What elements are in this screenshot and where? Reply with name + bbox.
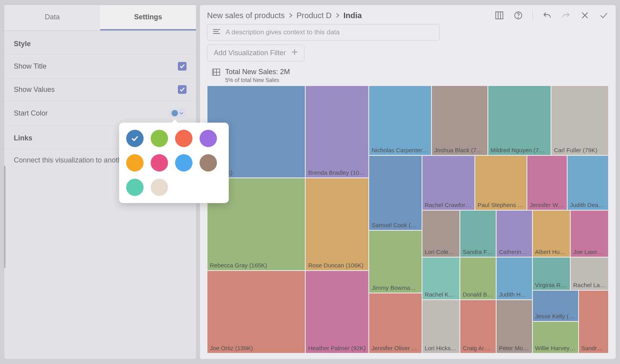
treemap-cell-label: Nicholas Carpenter … xyxy=(372,147,429,153)
treemap-cell[interactable]: Jimmy Bowman (… xyxy=(369,230,422,293)
treemap-cell-label: Jennifer Oliver (5… xyxy=(372,345,419,351)
chevron-right-icon xyxy=(289,11,293,20)
treemap-cell[interactable]: Heather Palmer (92K) xyxy=(305,271,369,353)
chevron-right-icon xyxy=(336,11,340,20)
start-color-chip xyxy=(172,110,178,116)
color-swatch-orange[interactable] xyxy=(126,154,144,172)
treemap-cell-label: Jennifer Wi… xyxy=(530,202,564,208)
treemap-cell[interactable]: Willie Harvey (… xyxy=(532,321,579,353)
start-color-picker[interactable] xyxy=(168,108,187,118)
color-swatch-light-blue[interactable] xyxy=(175,154,192,172)
treemap-cell-label: Carl Fuller (79K) xyxy=(554,147,597,153)
treemap-cell-label: Sandra Fo… xyxy=(463,248,493,255)
treemap-cell[interactable]: Brenda Bradley (109… xyxy=(305,86,369,178)
treemap-cell[interactable]: Sandra Fo… xyxy=(460,210,496,257)
add-filter-button[interactable]: Add Visualization Filter xyxy=(207,45,304,62)
treemap-cell[interactable]: Joshua Black (79K) xyxy=(431,86,488,155)
treemap-cell[interactable]: Craig Arms… xyxy=(460,300,496,353)
chart-summary: Total New Sales: 2M 5% of total New Sale… xyxy=(212,68,609,83)
description-icon xyxy=(213,28,220,36)
confirm-icon[interactable] xyxy=(599,11,609,20)
treemap-cell[interactable]: Donald Bis… xyxy=(460,257,496,300)
treemap-cell-label: Rachel Crawford … xyxy=(425,202,472,208)
color-swatch-green[interactable] xyxy=(151,130,168,147)
treemap-cell[interactable]: Rachel La… xyxy=(570,257,609,291)
grid-icon[interactable] xyxy=(495,11,504,20)
tab-data[interactable]: Data xyxy=(4,5,100,30)
color-popover xyxy=(119,123,229,203)
treemap-cell[interactable]: Rachel Crawford … xyxy=(422,155,475,210)
treemap-cell-label: Rachel Kni… xyxy=(425,291,458,298)
color-swatch-teal[interactable] xyxy=(126,179,144,196)
treemap-cell[interactable]: Sandr… xyxy=(579,290,609,353)
treemap-icon xyxy=(212,68,220,78)
treemap-cell-label: Mildred Nguyen (7… xyxy=(491,147,545,153)
treemap-cell[interactable]: Samuel Cook (76… xyxy=(369,155,422,230)
treemap-cell-label: Rachel La… xyxy=(573,282,606,288)
row-show-title: Show Title xyxy=(4,54,196,78)
plus-icon xyxy=(291,49,298,57)
treemap-cell[interactable]: Joe Ortiz (139K) xyxy=(207,271,305,353)
treemap-cell[interactable]: Paul Stephens (… xyxy=(475,155,527,210)
treemap-cell[interactable]: Albert Hu… xyxy=(532,210,571,257)
treemap-cell[interactable]: Joe Lawr… xyxy=(570,210,609,257)
sidebar-scrollbar[interactable] xyxy=(4,166,6,268)
treemap-cell[interactable]: Rose Duncan (106K) xyxy=(305,178,369,270)
color-swatch-pink[interactable] xyxy=(151,154,168,172)
svg-rect-0 xyxy=(496,12,503,19)
treemap-cell[interactable]: Judith Dea… xyxy=(567,155,609,210)
treemap-cell-label: Catherine … xyxy=(499,248,530,255)
color-swatch-blue[interactable] xyxy=(126,130,144,147)
row-show-values: Show Values xyxy=(4,78,196,101)
description-input[interactable]: A description gives context to this data xyxy=(207,24,440,41)
show-values-checkbox[interactable] xyxy=(178,85,187,94)
show-values-label: Show Values xyxy=(14,86,55,94)
treemap-cell[interactable]: Lori Colema… xyxy=(422,210,460,257)
treemap-cell[interactable]: Mildred Nguyen (7… xyxy=(488,86,551,155)
treemap-cell-label: Sandr… xyxy=(581,345,603,351)
color-swatch-beige[interactable] xyxy=(151,179,168,196)
treemap-cell-label: Judith Dea… xyxy=(570,202,604,208)
color-swatch-orange-red[interactable] xyxy=(175,130,192,147)
crumb-1[interactable]: Product D xyxy=(297,11,332,20)
treemap-cell-label: Jimmy Bowman (… xyxy=(372,284,419,291)
crumb-0[interactable]: New sales of products xyxy=(207,11,285,20)
redo-icon[interactable] xyxy=(561,11,571,20)
color-swatch-purple[interactable] xyxy=(200,130,217,147)
start-color-label: Start Color xyxy=(14,109,48,118)
treemap-cell[interactable]: Rachel Kni… xyxy=(422,257,460,300)
treemap-cell[interactable]: Nicholas Carpenter … xyxy=(369,86,431,155)
treemap-cell[interactable]: Virginia Ry… xyxy=(532,257,571,291)
show-title-label: Show Title xyxy=(14,62,47,71)
treemap-cell-label: Brenda Bradley (109… xyxy=(308,169,366,176)
close-icon[interactable] xyxy=(580,11,590,20)
undo-icon[interactable] xyxy=(542,11,552,20)
treemap-cell-label: Craig Arms… xyxy=(463,345,493,351)
add-filter-label: Add Visualization Filter xyxy=(214,49,286,57)
treemap-chart[interactable]: d (171K)Rebecca Gray (165K)Joe Ortiz (13… xyxy=(207,86,609,353)
help-icon[interactable] xyxy=(514,11,523,20)
color-swatch-brown[interactable] xyxy=(200,154,217,172)
treemap-cell-label: Peter Mor… xyxy=(499,345,530,351)
treemap-cell-label: Judith Ha… xyxy=(499,291,530,298)
treemap-cell[interactable]: Jennifer Wi… xyxy=(527,155,567,210)
treemap-cell-label: Albert Hu… xyxy=(535,248,566,255)
treemap-cell-label: Joe Lawr… xyxy=(573,248,603,255)
treemap-cell[interactable]: Carl Fuller (79K) xyxy=(551,86,609,155)
treemap-cell[interactable]: Judith Ha… xyxy=(496,257,532,300)
treemap-cell-label: Samuel Cook (76… xyxy=(372,222,419,228)
show-title-checkbox[interactable] xyxy=(178,62,187,71)
description-placeholder: A description gives context to this data xyxy=(226,28,340,36)
treemap-cell[interactable]: Jesse Kelly (2… xyxy=(532,290,579,321)
crumb-2: India xyxy=(344,11,362,20)
treemap-cell[interactable]: Lori Hicks (… xyxy=(422,300,460,353)
treemap-cell-label: Jesse Kelly (2… xyxy=(535,313,576,319)
treemap-cell[interactable]: Peter Mor… xyxy=(496,300,532,353)
treemap-cell[interactable]: Jennifer Oliver (5… xyxy=(369,293,422,353)
row-start-color: Start Color xyxy=(4,101,196,125)
summary-title: Total New Sales: 2M xyxy=(225,68,290,76)
toolbar-separator xyxy=(532,11,533,20)
tab-settings[interactable]: Settings xyxy=(100,5,196,30)
main-panel: New sales of products Product D India A … xyxy=(200,5,616,359)
treemap-cell[interactable]: Catherine … xyxy=(496,210,532,257)
